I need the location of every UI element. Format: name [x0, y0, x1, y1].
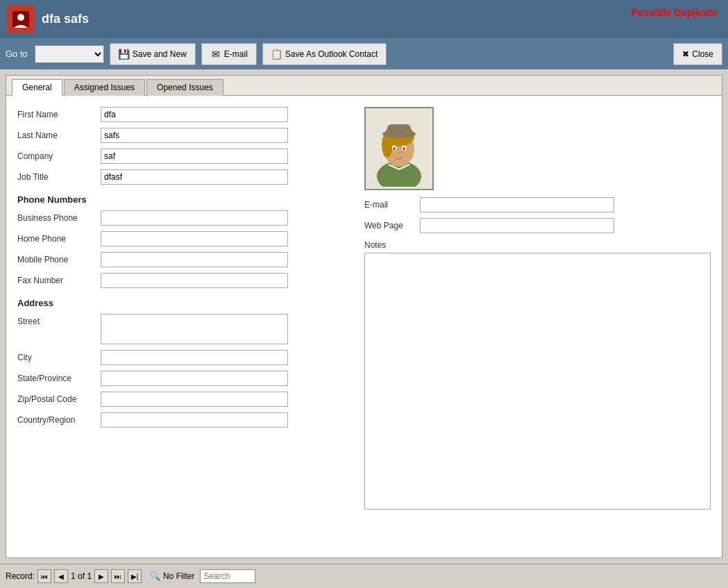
- country-row: Country/Region: [17, 412, 350, 428]
- zip-row: Zip/Postal Code: [17, 392, 350, 407]
- form-right: E-mail Web Page Notes: [364, 107, 711, 512]
- nav-last-button[interactable]: ⏭: [111, 569, 125, 583]
- duplicate-warning: Possible Duplicate: [632, 7, 718, 18]
- save-new-icon: 💾: [119, 49, 130, 60]
- city-row: City: [17, 350, 350, 365]
- webpage-input[interactable]: [420, 218, 614, 233]
- home-phone-row: Home Phone: [17, 231, 350, 246]
- zip-input[interactable]: [101, 392, 288, 407]
- email-label: E-mail: [364, 200, 420, 210]
- mobile-phone-row: Mobile Phone: [17, 252, 350, 267]
- close-icon: ✖: [682, 49, 689, 59]
- tabs-container: General Assigned Issues Opened Issues Fi…: [6, 75, 722, 558]
- mobile-phone-label: Mobile Phone: [17, 255, 101, 264]
- close-button[interactable]: ✖ Close: [673, 43, 722, 65]
- first-name-label: First Name: [17, 110, 101, 119]
- tab-content-general: First Name Last Name Company Job Title: [6, 96, 722, 555]
- email-row: E-mail: [364, 197, 711, 212]
- title-bar: dfa safs Possible Duplicate: [0, 0, 728, 38]
- job-title-label: Job Title: [17, 172, 101, 182]
- nav-new-button[interactable]: ▶|: [128, 569, 142, 583]
- search-input[interactable]: [200, 569, 255, 583]
- company-label: Company: [17, 151, 101, 161]
- avatar-container: [364, 107, 434, 190]
- country-input[interactable]: [101, 412, 288, 428]
- nav-prev-button[interactable]: ◀: [54, 569, 68, 583]
- svg-point-14: [403, 147, 405, 150]
- first-name-row: First Name: [17, 107, 350, 122]
- business-phone-label: Business Phone: [17, 213, 101, 223]
- app-icon: [7, 6, 35, 33]
- webpage-row: Web Page: [364, 218, 711, 233]
- company-input[interactable]: [101, 149, 288, 164]
- state-input[interactable]: [101, 371, 288, 386]
- email-input[interactable]: [420, 197, 614, 212]
- no-filter-text: 🔍: [150, 571, 160, 581]
- mobile-phone-input[interactable]: [101, 252, 288, 267]
- first-name-input[interactable]: [101, 107, 288, 122]
- nav-first-button[interactable]: ⏮: [37, 569, 51, 583]
- last-name-row: Last Name: [17, 128, 350, 143]
- window-title: dfa safs: [42, 12, 89, 26]
- outlook-icon: 📋: [271, 49, 282, 60]
- nav-next-button[interactable]: ▶: [94, 569, 108, 583]
- job-title-input[interactable]: [101, 169, 288, 185]
- job-title-row: Job Title: [17, 169, 350, 185]
- business-phone-input[interactable]: [101, 210, 288, 226]
- home-phone-input[interactable]: [101, 231, 288, 246]
- main-area: General Assigned Issues Opened Issues Fi…: [0, 69, 728, 564]
- goto-label: Go to: [6, 49, 28, 59]
- notes-label: Notes: [364, 240, 711, 250]
- last-name-label: Last Name: [17, 131, 101, 140]
- goto-select[interactable]: [35, 45, 104, 63]
- company-row: Company: [17, 149, 350, 164]
- form-left: First Name Last Name Company Job Title: [17, 107, 350, 512]
- street-input[interactable]: [101, 314, 288, 344]
- street-label: Street: [17, 317, 101, 326]
- email-icon: ✉: [210, 49, 221, 60]
- tab-assigned-issues[interactable]: Assigned Issues: [64, 79, 145, 96]
- state-row: State/Province: [17, 371, 350, 386]
- record-info: 1 of 1: [71, 571, 92, 581]
- avatar: [368, 110, 430, 187]
- save-and-new-button[interactable]: 💾 Save and New: [110, 43, 196, 65]
- tab-opened-issues[interactable]: Opened Issues: [146, 79, 223, 96]
- webpage-label: Web Page: [364, 221, 420, 230]
- fax-number-label: Fax Number: [17, 276, 101, 285]
- city-input[interactable]: [101, 350, 288, 365]
- city-label: City: [17, 353, 101, 362]
- business-phone-row: Business Phone: [17, 210, 350, 226]
- status-bar: Record: ⏮ ◀ 1 of 1 ▶ ⏭ ▶| 🔍 No Filter: [0, 564, 728, 588]
- svg-point-13: [393, 147, 396, 150]
- filter-label: No Filter: [163, 571, 194, 581]
- tab-general[interactable]: General: [12, 79, 62, 96]
- last-name-input[interactable]: [101, 128, 288, 143]
- country-label: Country/Region: [17, 415, 101, 425]
- street-row: Street: [17, 314, 350, 344]
- phone-section-header: Phone Numbers: [17, 194, 350, 205]
- home-phone-label: Home Phone: [17, 234, 101, 244]
- notes-textarea[interactable]: [364, 253, 711, 510]
- tabs-header: General Assigned Issues Opened Issues: [6, 76, 722, 96]
- zip-label: Zip/Postal Code: [17, 394, 101, 404]
- record-label: Record:: [6, 571, 35, 581]
- save-as-outlook-button[interactable]: 📋 Save As Outlook Contact: [262, 43, 387, 65]
- toolbar: Go to 💾 Save and New ✉ E-mail 📋 Save As …: [0, 38, 728, 69]
- fax-number-row: Fax Number: [17, 273, 350, 288]
- email-button[interactable]: ✉ E-mail: [201, 43, 257, 65]
- svg-rect-10: [387, 124, 411, 135]
- address-section-header: Address: [17, 298, 350, 308]
- svg-point-1: [17, 14, 24, 21]
- fax-number-input[interactable]: [101, 273, 288, 288]
- state-label: State/Province: [17, 373, 101, 383]
